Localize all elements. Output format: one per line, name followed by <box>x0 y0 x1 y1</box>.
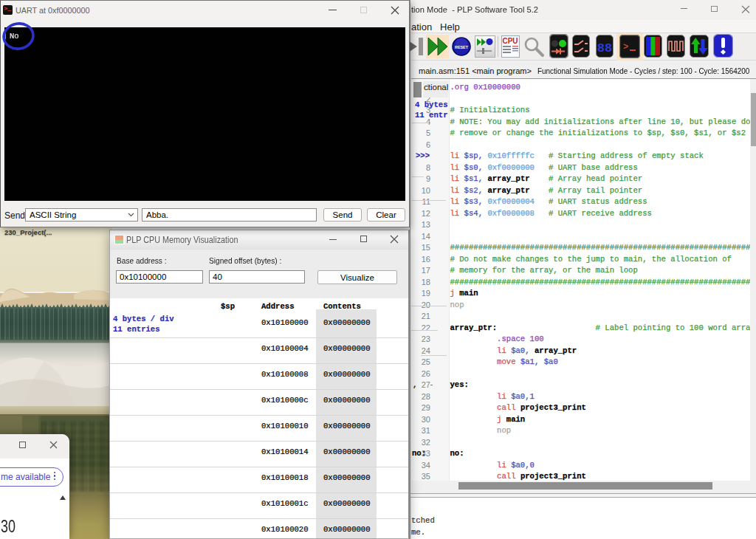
svg-text:88: 88 <box>597 41 612 55</box>
svg-text:CPU: CPU <box>502 37 518 45</box>
svg-text:RESET: RESET <box>455 45 469 49</box>
svg-text:>: > <box>623 42 628 52</box>
